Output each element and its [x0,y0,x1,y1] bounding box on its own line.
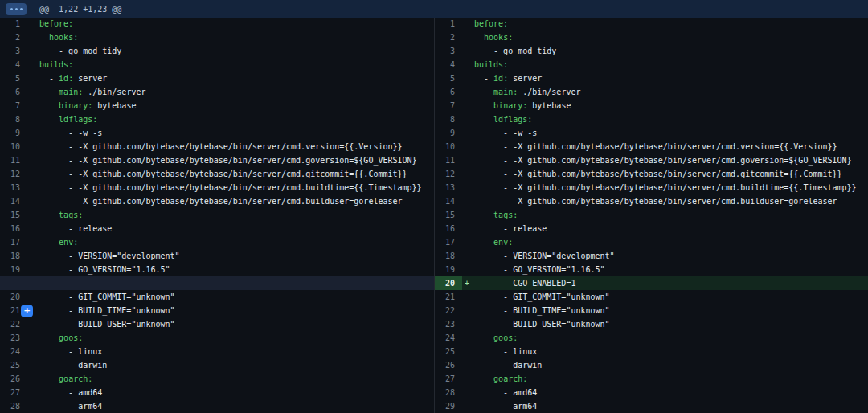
line-number[interactable]: 14 [435,195,462,209]
line-number[interactable]: 12 [435,168,462,182]
line-number[interactable]: 7 [435,100,462,113]
added-line-marker: + [462,276,474,290]
line-number[interactable]: 4 [435,59,462,72]
code-segment: - GIT_COMMIT="unknown" [39,293,175,301]
code-line: - GO_VERSION="1.16.5" [39,263,170,276]
line-number[interactable]: 1 [435,18,462,31]
line-marker [27,59,39,72]
line-marker [27,127,39,141]
line-number[interactable]: 6 [0,86,27,100]
code-segment: builds: [39,61,73,69]
code-segment: env: [493,239,513,247]
line-number[interactable]: 18 [0,249,27,263]
line-number[interactable]: 15 [0,209,27,223]
line-number[interactable]: 27 [435,372,462,386]
line-number[interactable]: 25 [0,358,27,372]
code-segment: - GO_VERSION="1.16.5" [39,266,170,274]
code-line: - -w -s [39,127,102,141]
line-number[interactable]: 3 [435,45,462,59]
line-number[interactable]: 6 [435,86,462,100]
line-number[interactable]: 13 [0,182,27,195]
line-number[interactable]: 1 [0,18,27,31]
line-number[interactable]: 10 [0,141,27,154]
code-segment: ldflags: [59,116,97,124]
code-segment: bytebase [527,102,571,110]
line-number[interactable]: 5 [0,72,27,86]
line-number[interactable]: 11 [435,154,462,168]
line-marker [462,209,474,223]
line-number[interactable]: 8 [0,113,27,127]
line-number[interactable]: 24 [0,345,27,358]
line-marker [27,223,39,236]
code-line: tags: [474,209,518,223]
code-segment: - -X github.com/bytebase/bytebase/bin/se… [474,143,837,151]
line-number[interactable]: 5 [435,72,462,86]
line-number[interactable]: 23 [435,317,462,331]
line-marker [27,345,39,358]
line-number[interactable]: 20 [0,290,27,304]
code-segment: tags: [59,211,83,219]
code-line: - linux [474,345,537,358]
line-number[interactable]: 27 [0,386,27,399]
code-line: - -X github.com/bytebase/bytebase/bin/se… [474,195,837,209]
diff-row: 25 - linux [435,345,868,358]
line-number[interactable]: 17 [0,236,27,250]
line-number[interactable]: 8 [435,113,462,127]
line-number[interactable]: 14 [0,195,27,209]
line-number[interactable]: 16 [435,223,462,236]
line-number[interactable]: 22 [0,317,27,331]
line-number[interactable]: 22 [435,304,462,317]
code-line: - amd64 [39,386,102,399]
line-number[interactable]: 19 [435,263,462,276]
code-line: - go mod tidy [39,45,121,59]
line-number[interactable]: 26 [0,372,27,386]
code-segment: id: [59,75,73,83]
diff-row: 18 - VERSION="development" [435,249,868,263]
line-number[interactable]: 11 [0,154,27,168]
line-number[interactable]: 2 [435,31,462,45]
diff-row: 27 - amd64 [0,386,434,399]
line-marker [27,154,39,168]
line-number[interactable]: 12 [0,168,27,182]
line-number[interactable]: 26 [435,358,462,372]
line-number[interactable]: 17 [435,236,462,250]
line-number[interactable]: 9 [0,127,27,141]
code-segment: - go mod tidy [474,47,556,55]
line-number[interactable]: 21 [435,290,462,304]
line-number[interactable]: 28 [435,386,462,399]
line-number[interactable]: 20 [435,276,462,290]
line-marker [27,249,39,263]
line-number[interactable]: 28 [0,399,27,413]
line-marker [27,399,39,413]
diff-row: 7 binary: bytebase [435,100,868,113]
new-file-pane: 1before:2 hooks:3 - go mod tidy4builds:5… [434,18,868,413]
diff-row: 15 tags: [435,209,868,223]
code-segment [39,34,49,42]
diff-row: 8 ldflags: [0,113,434,127]
code-segment [39,334,59,342]
line-number[interactable]: 25 [435,345,462,358]
line-number[interactable]: 29 [435,399,462,413]
line-number[interactable]: 24 [435,331,462,345]
code-segment: - VERSION="development" [474,252,615,260]
line-number[interactable]: 10 [435,141,462,154]
code-segment: - [39,75,59,83]
add-comment-button[interactable]: + [21,305,33,317]
line-number[interactable]: 13 [435,182,462,195]
line-number[interactable]: 4 [0,59,27,72]
line-number [0,276,27,290]
code-line: - -X github.com/bytebase/bytebase/bin/se… [39,141,403,154]
expand-diff-button[interactable] [6,3,27,15]
diff-row: 21 - GIT_COMMIT="unknown" [435,290,868,304]
line-number[interactable]: 16 [0,223,27,236]
split-diff-view: @@ -1,22 +1,23 @@ 1before:2 hooks:3 - go… [0,0,868,413]
line-number[interactable]: 2 [0,31,27,45]
line-number[interactable]: 9 [435,127,462,141]
line-number[interactable]: 7 [0,100,27,113]
line-number[interactable]: 23 [0,331,27,345]
line-number[interactable]: 15 [435,209,462,223]
code-line: - darwin [474,358,542,372]
line-number[interactable]: 19 [0,263,27,276]
line-number[interactable]: 18 [435,249,462,263]
line-number[interactable]: 3 [0,45,27,59]
